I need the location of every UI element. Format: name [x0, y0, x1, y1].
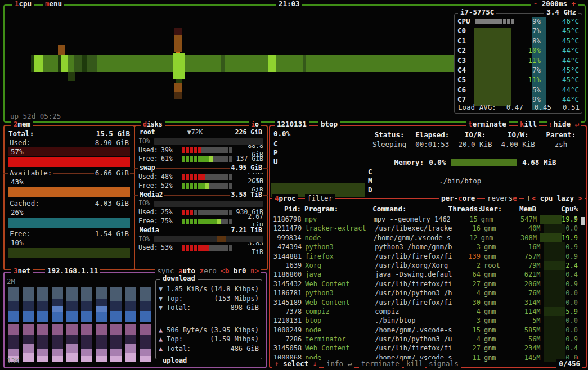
per-core-toggle[interactable]: per-core: [439, 194, 477, 203]
cpu-graph-segment: [58, 45, 65, 55]
core-percent: 10%: [518, 46, 541, 55]
detail-cpu-percent: 0.0%: [273, 129, 290, 138]
proc-row[interactable]: 3145189Web Content/usr/lib/firefox/fi30g…: [272, 298, 578, 307]
signals-footer-button[interactable]: signals: [427, 359, 461, 368]
cpu-graph-segment: [174, 92, 182, 99]
proc-row[interactable]: 7286terminator/usr/bin/python3 /u4gnm56M…: [272, 335, 578, 344]
net-graph-column: [37, 277, 48, 362]
proc-row[interactable]: 1210131btop./bin/btop3gnm5M0.0: [272, 316, 578, 325]
disks-box-title[interactable]: disks: [141, 120, 165, 128]
disk-usage-row: Used:53%3.83 TiB: [138, 243, 263, 252]
disk-name-row: Media23.58 TiB: [138, 191, 263, 200]
core-meter: [475, 19, 518, 24]
cpu-graph-segment: [173, 53, 185, 79]
core-percent: 7%: [518, 26, 541, 35]
proc-controls: 4proc filter per-core reverse tree < cpu…: [270, 194, 586, 203]
mem-stat-percent: 43%: [8, 178, 130, 187]
mem-stat-label-row: Available:6.66 GiB: [8, 169, 130, 178]
kill-button[interactable]: kill: [518, 120, 539, 128]
core-row: C511%45°C: [457, 75, 579, 84]
mem-stat-percent: 57%: [8, 147, 130, 156]
net-graph-column: [66, 277, 78, 362]
proc-row[interactable]: 3145432Web Content/usr/lib/firefox/fi27g…: [272, 279, 578, 288]
core-temp: 46°C: [555, 16, 579, 26]
core-label: C0: [457, 26, 475, 35]
core-percent: 8%: [518, 36, 541, 46]
cpu-graph-segment: [268, 55, 276, 72]
net-speed-row: ▼1.85 KiB/s(14.8 Kibps): [159, 285, 259, 294]
proc-row[interactable]: 1186781python3/usr/bin/python3 /h4gnm76M…: [272, 288, 578, 297]
kill-footer-button[interactable]: kill: [404, 359, 425, 368]
cpu-graph-segment: [61, 55, 68, 72]
hide-button[interactable]: hide ↵: [551, 120, 581, 128]
core-temp: 44°C: [555, 56, 579, 65]
mem-box: 2mem Total:15.5 GiB Used:8.90 GiB57%Avai…: [3, 125, 135, 270]
terminate-footer-button[interactable]: terminate: [359, 359, 402, 368]
mem-total: Total:15.5 GiB: [8, 129, 130, 138]
upload-stats: ▲506 Byte/s(3.95 Kibps)▲Top:(1.59 Mibps)…: [159, 326, 259, 354]
filter-button[interactable]: filter: [305, 194, 335, 203]
proc-row[interactable]: 1186800javajava -Dswing.defaul64gnm621M0…: [272, 270, 578, 279]
proc-row[interactable]: 1186798mpvmpv --geometry=146215gnm547M19…: [272, 215, 578, 224]
mem-stat-label-row: Used:8.90 GiB: [8, 138, 130, 147]
proc-list: 1186798mpvmpv --geometry=146215gnm547M19…: [272, 215, 578, 362]
detail-memory-bar: [451, 159, 517, 166]
proc-row[interactable]: 1211470tracker-extract/usr/libexec/track…: [272, 224, 578, 233]
cpu-graph-segment: [174, 28, 182, 35]
core-temp: 45°C: [555, 36, 579, 46]
proc-row[interactable]: 999834node/home/gnm/.vscode-s12gnm308M19…: [272, 233, 578, 242]
disks-box: disks io root▼72K226 GiBIO%Used:39%88.8 …: [134, 125, 268, 270]
net-sync-toggle[interactable]: sync: [157, 267, 174, 275]
core-temp: 44°C: [555, 85, 579, 94]
proc-row[interactable]: 3144881firefox/usr/lib/firefox/fi139gnm7…: [272, 252, 578, 261]
terminate-button[interactable]: terminate: [466, 120, 509, 128]
mem-stat-bar: [8, 187, 130, 197]
net-graph-column: [81, 277, 92, 362]
proc-row[interactable]: 474394python3python3 /home/gnm/b3gnm16M0…: [272, 242, 578, 251]
mem-stat-bar: [8, 248, 130, 258]
mem-box-title[interactable]: 2mem: [11, 120, 33, 128]
net-address: 192.168.1.11: [45, 267, 100, 275]
proc-count: 0/456: [556, 359, 582, 368]
core-row: C07%45°C: [457, 26, 579, 35]
uptime-label: up 52d 05:25: [10, 112, 61, 120]
scrollbar-thumb[interactable]: [581, 217, 585, 225]
proc-row[interactable]: 3145058Web Content/usr/lib/firefox/fi27g…: [272, 344, 578, 353]
disk-usage-row: Free:75%2.67 TiB: [138, 217, 263, 226]
net-graph-column: [8, 277, 19, 362]
core-percent: 9%: [518, 16, 541, 26]
detail-command: ./bin/btop: [439, 177, 481, 185]
net-history-graph: [6, 277, 153, 362]
net-box-title[interactable]: 3net: [11, 267, 33, 275]
info-button[interactable]: info ↵: [324, 359, 354, 368]
net-speed-row: ▲Total:486 GiB: [159, 344, 259, 354]
mem-stat-bar: [8, 157, 130, 167]
cpu-freq-label: 3.4 GHz: [544, 8, 578, 16]
net-iface-switch[interactable]: <b br0 n>: [221, 267, 259, 275]
cpu-graph-segment: [221, 55, 225, 72]
net-graph-column: [125, 277, 136, 362]
core-label: C6: [457, 85, 475, 94]
cpu-graph-segment: [176, 79, 182, 83]
net-auto-toggle[interactable]: auto: [178, 267, 195, 275]
net-controls: sync auto zero <b br0 n>: [155, 267, 261, 275]
proc-row[interactable]: 7378compizcompiz4gnm114M5.9: [272, 307, 578, 316]
core-label: C4: [457, 65, 475, 75]
net-graph-column: [140, 277, 151, 362]
net-zero-toggle[interactable]: zero: [200, 267, 217, 275]
net-graph-column: [52, 277, 63, 362]
select-keys[interactable]: ↑ select ↓: [272, 359, 319, 368]
detail-values: Sleeping00:01:5320.0 KiB4.00 KiBzsh: [368, 140, 582, 148]
cpu-box: 1cpu menu 21:03 - 2000ms + up 52d 05:25 …: [3, 4, 586, 123]
btop-screen: 1cpu menu 21:03 - 2000ms + up 52d 05:25 …: [0, 0, 588, 370]
io-mode-toggle[interactable]: io: [249, 120, 261, 128]
net-upload-scale: 13K: [7, 357, 20, 365]
reverse-toggle[interactable]: reverse: [485, 194, 519, 203]
sort-mode-selector[interactable]: < cpu lazy >: [529, 194, 585, 203]
core-row: C311%44°C: [457, 56, 579, 65]
net-speed-row: ▲Top:(1.59 Mibps): [159, 335, 259, 344]
proc-row[interactable]: 1639Xorg/usr/lib/xorg/Xorg2root79M2.4: [272, 261, 578, 270]
net-speed-row: ▼Total:898 GiB: [159, 303, 259, 313]
proc-row[interactable]: 1000249node/home/gnm/.vscode-s15gnm585M0…: [272, 326, 578, 335]
proc-box-title[interactable]: 4proc: [272, 194, 298, 203]
